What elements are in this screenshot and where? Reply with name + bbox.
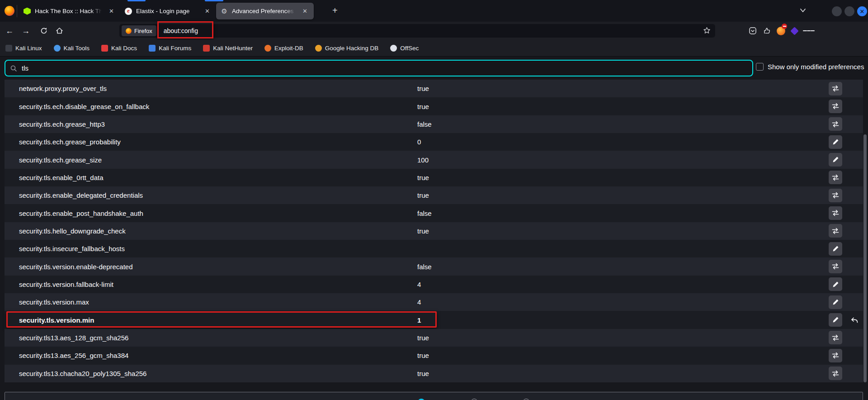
pref-row: security.tls.ech.grease_http3 false: [5, 115, 863, 133]
pref-value: true: [417, 370, 429, 377]
bookmark-item[interactable]: Kali Tools: [54, 45, 90, 52]
pref-name: security.tls.version.max: [19, 298, 89, 306]
pref-name: security.tls.version.fallback-limit: [19, 281, 113, 288]
pref-name: security.tls13.aes_128_gcm_sha256: [19, 334, 128, 342]
toggle-pref-button[interactable]: [829, 206, 842, 220]
search-input[interactable]: [22, 64, 748, 72]
toggle-pref-button[interactable]: [829, 260, 842, 273]
toggle-pref-button[interactable]: [829, 171, 842, 184]
radio-label: Number: [481, 399, 505, 400]
exploit-db-favicon: [264, 45, 271, 52]
bookmark-star-icon[interactable]: [703, 27, 711, 34]
pref-list: network.proxy.proxy_over_tls true securi…: [5, 80, 863, 382]
pref-name: security.tls13.aes_256_gcm_sha384: [19, 352, 128, 359]
toggle-pref-button[interactable]: [829, 331, 842, 344]
bookmark-item[interactable]: Kali Linux: [5, 45, 42, 52]
new-tab-button[interactable]: +: [332, 5, 338, 15]
show-modified-control: Show only modified preferences: [756, 63, 864, 71]
pref-value: true: [417, 227, 429, 235]
pref-type-option[interactable]: Boolean: [418, 399, 453, 400]
add-pref-name: tls: [19, 399, 28, 400]
edit-pref-button[interactable]: [829, 295, 842, 309]
pref-value: 4: [417, 281, 421, 288]
tab-close-icon[interactable]: ✕: [203, 7, 212, 15]
browser-tab[interactable]: e Elastix - Login page ✕: [120, 3, 216, 19]
pref-value: false: [417, 263, 432, 271]
identity-chip-label: Firefox: [134, 28, 152, 34]
app-menu-hamburger-icon[interactable]: [803, 25, 815, 37]
extension-thumbs-up-icon[interactable]: [761, 25, 773, 37]
bookmark-item[interactable]: Kali NetHunter: [203, 45, 253, 52]
foxyproxy-disabled-icon[interactable]: [775, 25, 787, 37]
show-modified-checkbox[interactable]: [756, 63, 764, 71]
tab-close-icon[interactable]: ✕: [107, 7, 116, 15]
bookmark-item[interactable]: Google Hacking DB: [315, 45, 379, 52]
url-bar[interactable]: Firefox about:config: [119, 24, 715, 38]
pref-row: network.proxy.proxy_over_tls true: [5, 80, 863, 97]
edit-pref-button[interactable]: [829, 277, 842, 291]
extension-gem-icon[interactable]: [788, 25, 800, 37]
toggle-pref-button[interactable]: [829, 117, 842, 131]
bookmark-label: Exploit-DB: [274, 45, 303, 52]
forward-button[interactable]: →: [20, 25, 32, 37]
search-icon: [10, 65, 17, 72]
window-maximize-button[interactable]: [844, 6, 854, 16]
bookmark-label: Kali Tools: [64, 45, 90, 52]
browser-tab[interactable]: ⚙ Advanced Preferences ✕: [216, 3, 314, 19]
pref-row: security.tls.enable_delegated_credential…: [5, 186, 863, 204]
pref-name: security.tls.enable_delegated_credential…: [19, 191, 143, 199]
toggle-pref-button[interactable]: [829, 189, 842, 202]
pref-name: security.tls.insecure_fallback_hosts: [19, 245, 125, 252]
tab-close-icon[interactable]: ✕: [301, 7, 309, 15]
window-minimize-button[interactable]: [832, 6, 842, 16]
pref-annotation-red-box: [6, 311, 437, 328]
pref-row: security.tls.version.enable-deprecated f…: [5, 257, 863, 275]
window-close-button[interactable]: ✕: [857, 6, 867, 16]
radio-label: Boolean: [429, 399, 453, 400]
titlebar-separator: [17, 5, 17, 17]
bookmark-item[interactable]: Kali Forums: [149, 45, 191, 52]
kali-docs-favicon: [101, 45, 108, 52]
pref-value: true: [417, 85, 429, 92]
toggle-pref-button[interactable]: [829, 349, 842, 362]
pocket-save-icon[interactable]: [747, 25, 759, 37]
gear-icon: ⚙: [221, 8, 228, 15]
bookmark-item[interactable]: Kali Docs: [101, 45, 137, 52]
home-button[interactable]: [53, 25, 65, 37]
pref-name: security.tls.ech.grease_http3: [19, 120, 105, 128]
pref-type-option[interactable]: Number: [471, 399, 505, 400]
pref-name: security.tls.ech.grease_size: [19, 156, 102, 164]
site-identity-chip[interactable]: Firefox: [122, 25, 156, 36]
add-pref-types: Boolean Number String: [418, 399, 552, 400]
browser-tab[interactable]: Hack The Box :: Hack The B ✕: [19, 3, 120, 19]
edit-pref-button[interactable]: [829, 135, 842, 149]
list-all-tabs-chevron-down-icon[interactable]: [799, 8, 807, 13]
toggle-pref-button[interactable]: [829, 100, 842, 113]
reload-button[interactable]: [38, 25, 50, 37]
pref-name: security.tls.version.enable-deprecated: [19, 263, 133, 271]
edit-pref-button[interactable]: [829, 242, 842, 256]
pref-row: security.tls.hello_downgrade_check true: [5, 222, 863, 240]
reset-pref-button[interactable]: [848, 314, 861, 326]
bookmark-label: Kali Docs: [111, 45, 137, 52]
bookmark-item[interactable]: OffSec: [390, 45, 419, 52]
tab-label: Hack The Box :: Hack The B: [35, 8, 103, 14]
toggle-pref-button[interactable]: [829, 82, 842, 95]
scrollbar-thumb[interactable]: [863, 134, 867, 382]
toggle-pref-button[interactable]: [829, 224, 842, 238]
toggle-pref-button[interactable]: [829, 367, 842, 380]
pref-type-option[interactable]: String: [523, 399, 551, 400]
edit-pref-button[interactable]: [829, 313, 842, 327]
edit-pref-button[interactable]: [829, 153, 842, 167]
add-pref-row: tls Boolean Number String: [5, 392, 863, 400]
pref-value: false: [417, 210, 432, 217]
pref-row: security.tls13.chacha20_poly1305_sha256 …: [5, 365, 863, 382]
pref-row: security.tls.version.min 1: [5, 311, 863, 329]
url-annotation-red-box: [157, 21, 213, 38]
bookmarks-bar: Kali Linux Kali Tools Kali Docs Kali For…: [0, 40, 868, 57]
bookmark-item[interactable]: Exploit-DB: [264, 45, 303, 52]
pref-row: security.tls13.aes_256_gcm_sha384 true: [5, 347, 863, 364]
pref-row: security.tls.ech.grease_probability 0: [5, 133, 863, 151]
pref-search-box[interactable]: [5, 60, 753, 76]
back-button[interactable]: ←: [4, 25, 15, 37]
